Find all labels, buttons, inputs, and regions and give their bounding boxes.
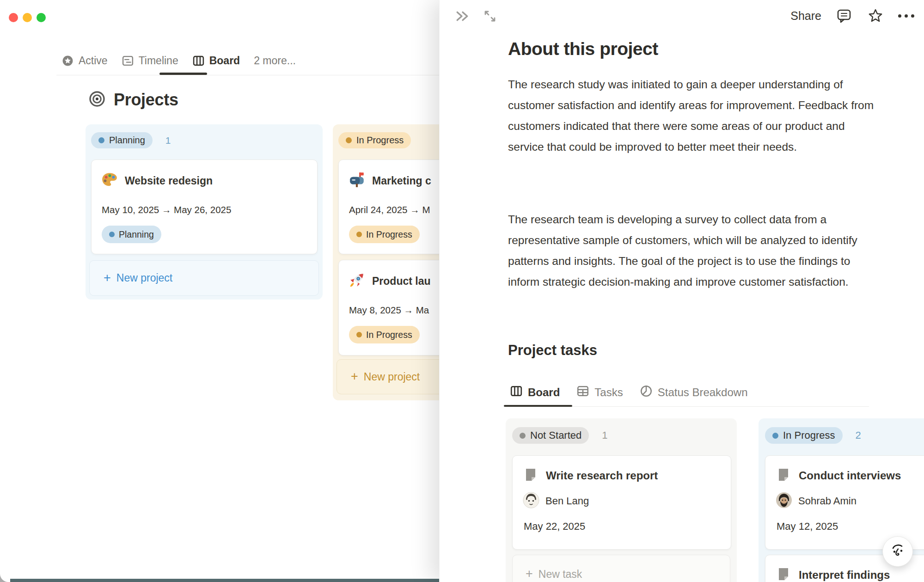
double-chevron-right-icon bbox=[455, 10, 469, 22]
board-column-planning: Planning 1 Website redesign May 10, 2025… bbox=[86, 124, 323, 300]
tab-label: Tasks bbox=[594, 386, 623, 399]
assignee-name: Sohrab Amin bbox=[798, 495, 857, 507]
tab-board-view[interactable]: Board bbox=[192, 55, 240, 67]
status-dot bbox=[346, 137, 352, 143]
status-pill-not-started[interactable]: Not Started bbox=[512, 427, 589, 444]
notion-ai-button[interactable] bbox=[882, 536, 913, 567]
task-card-conduct-interviews[interactable]: Conduct interviews Sohrab Amin May 12, 2… bbox=[765, 455, 924, 550]
comment-icon bbox=[836, 7, 852, 24]
star-circle-icon bbox=[61, 55, 74, 67]
tab-label: Board bbox=[528, 386, 560, 399]
avatar-ben-lang bbox=[523, 492, 539, 510]
section-heading: Project tasks bbox=[508, 342, 597, 359]
close-peek-button[interactable] bbox=[453, 7, 471, 25]
peek-toolbar-left bbox=[453, 7, 499, 25]
document-title: About this project bbox=[508, 39, 658, 59]
paragraph: The research study was initiated to gain… bbox=[508, 74, 874, 157]
comments-button[interactable] bbox=[835, 7, 853, 25]
page-header: Projects bbox=[88, 90, 178, 110]
rocket-icon bbox=[348, 271, 366, 291]
task-column-not-started: Not Started 1 Write research report Ben … bbox=[506, 418, 737, 582]
expand-page-button[interactable] bbox=[481, 7, 499, 25]
timeline-icon bbox=[122, 55, 134, 67]
status-label: In Progress bbox=[783, 429, 835, 441]
column-header: Not Started 1 bbox=[512, 427, 608, 444]
table-icon bbox=[576, 385, 589, 400]
close-window-button[interactable] bbox=[9, 13, 18, 22]
column-count: 1 bbox=[165, 135, 171, 146]
card-title: Write research report bbox=[546, 469, 658, 482]
card-status-tag: Planning bbox=[102, 226, 161, 243]
status-pill-in-progress[interactable]: In Progress bbox=[765, 427, 843, 444]
more-options-button[interactable] bbox=[898, 14, 914, 18]
tab-status-breakdown[interactable]: Status Breakdown bbox=[640, 385, 748, 400]
card-dates: May 8, 2025 → Ma bbox=[349, 305, 429, 316]
board-icon bbox=[192, 55, 205, 67]
favorite-button[interactable] bbox=[867, 7, 884, 25]
new-project-label: New project bbox=[116, 272, 172, 284]
tag-label: In Progress bbox=[366, 229, 412, 240]
card-title: Product lau bbox=[372, 275, 431, 288]
page-icon bbox=[776, 467, 791, 484]
card-title: Conduct interviews bbox=[799, 469, 901, 482]
minimize-window-button[interactable] bbox=[23, 13, 32, 22]
project-card-website-redesign[interactable]: Website redesign May 10, 2025 → May 26, … bbox=[91, 159, 318, 254]
notion-window: Active Timeline Board 2 more... Projects bbox=[0, 0, 924, 582]
palette-icon bbox=[101, 171, 118, 190]
share-button[interactable]: Share bbox=[790, 9, 821, 23]
status-label: In Progress bbox=[356, 135, 404, 146]
tab-label: Active bbox=[79, 55, 108, 67]
status-pill-in-progress[interactable]: In Progress bbox=[338, 132, 411, 148]
window-corner bbox=[0, 570, 10, 582]
status-pill-planning[interactable]: Planning bbox=[91, 132, 153, 148]
status-dot bbox=[98, 137, 104, 143]
tag-label: Planning bbox=[119, 229, 154, 240]
active-tab-underline bbox=[504, 405, 572, 407]
status-dot bbox=[356, 332, 362, 337]
tab-label: Board bbox=[209, 55, 240, 67]
plus-icon bbox=[351, 370, 358, 383]
card-dates: May 10, 2025 → May 26, 2025 bbox=[102, 204, 231, 215]
task-card-write-research-report[interactable]: Write research report Ben Lang May 22, 2… bbox=[512, 455, 731, 550]
status-label: Planning bbox=[109, 135, 145, 146]
column-header: In Progress bbox=[338, 132, 411, 148]
status-dot bbox=[772, 433, 778, 439]
status-dot bbox=[520, 433, 526, 439]
card-date: May 12, 2025 bbox=[777, 521, 838, 533]
page-title: Projects bbox=[114, 90, 178, 110]
pie-chart-icon bbox=[640, 385, 653, 400]
tab-more-views[interactable]: 2 more... bbox=[254, 55, 296, 67]
card-title: Interpret findings bbox=[799, 569, 890, 582]
status-dot bbox=[109, 232, 115, 237]
tab-label: Status Breakdown bbox=[658, 386, 748, 399]
status-label: Not Started bbox=[530, 429, 581, 441]
tab-tasks[interactable]: Tasks bbox=[576, 385, 623, 400]
new-project-label: New project bbox=[364, 371, 420, 383]
column-header: Planning 1 bbox=[91, 132, 171, 148]
tab-board[interactable]: Board bbox=[510, 385, 560, 400]
board-icon bbox=[510, 385, 523, 400]
zoom-window-button[interactable] bbox=[37, 13, 46, 22]
tag-label: In Progress bbox=[366, 330, 412, 340]
assignee-name: Ben Lang bbox=[545, 495, 589, 507]
peek-toolbar-right: Share bbox=[790, 6, 914, 26]
star-icon bbox=[868, 8, 883, 24]
tab-label: Timeline bbox=[139, 55, 178, 67]
card-date: May 22, 2025 bbox=[524, 521, 585, 533]
column-count: 1 bbox=[602, 429, 607, 441]
column-count: 2 bbox=[856, 429, 861, 441]
avatar-sohrab-amin bbox=[776, 492, 792, 510]
paragraph: The research team is developing a survey… bbox=[508, 209, 874, 292]
new-task-button[interactable]: New task bbox=[512, 555, 730, 582]
status-dot bbox=[356, 232, 362, 237]
target-icon bbox=[88, 90, 106, 110]
tab-timeline-view[interactable]: Timeline bbox=[122, 55, 178, 67]
tab-active-view[interactable]: Active bbox=[61, 55, 108, 67]
page-icon bbox=[523, 467, 538, 484]
new-project-button[interactable]: New project bbox=[89, 260, 319, 296]
side-peek-panel: Share About this project The research st… bbox=[439, 0, 924, 582]
new-task-label: New task bbox=[538, 568, 582, 581]
tab-label: 2 more... bbox=[254, 55, 296, 67]
view-tabs: Active Timeline Board 2 more... bbox=[61, 51, 296, 70]
window-controls bbox=[9, 13, 46, 22]
